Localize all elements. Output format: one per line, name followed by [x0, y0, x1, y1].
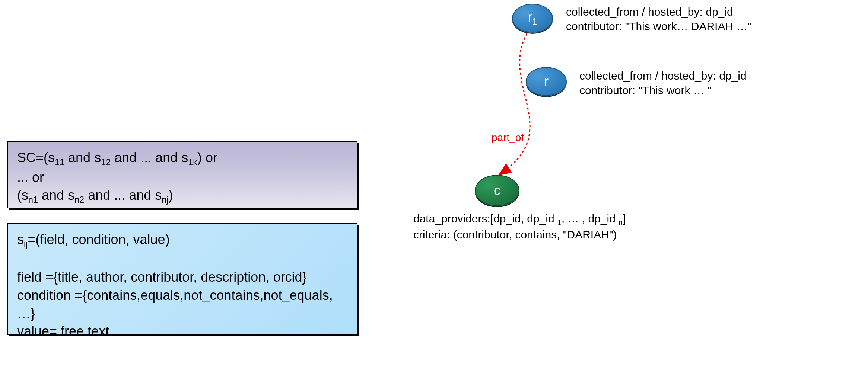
text: ) or — [197, 150, 217, 165]
text: and s — [64, 150, 101, 165]
subscript: 1k — [188, 157, 197, 167]
sc-line-2: ... or — [17, 169, 348, 187]
text: data_providers:[dp_id, dp_id — [413, 212, 557, 225]
subscript: n2 — [74, 195, 84, 205]
node-c: c — [475, 175, 519, 206]
def-line-value: value= free text — [17, 323, 348, 341]
annotation-r1: collected_from / hosted_by: dp_id contri… — [566, 4, 751, 33]
annotation-r1-line2: contributor: "This work… DARIAH …" — [566, 19, 751, 33]
annotation-c: data_providers:[dp_id, dp_id 1, … , dp_i… — [413, 211, 626, 242]
node-c-label: c — [494, 183, 500, 198]
subscript: nj — [162, 195, 168, 205]
panel-sc-formula: SC=(s11 and s12 and ... and s1k) or ... … — [7, 141, 357, 208]
subscript: 11 — [55, 157, 64, 167]
subscript: 12 — [101, 157, 111, 167]
def-line-blank — [17, 250, 348, 269]
edge-r1-to-c — [499, 33, 530, 175]
text: (s — [17, 188, 28, 203]
text: SC=(s — [17, 150, 55, 165]
text: and ... and s — [111, 150, 188, 165]
annotation-r1-line1: collected_from / hosted_by: dp_id — [566, 4, 751, 19]
def-line-field: field ={title, author, contributor, desc… — [17, 268, 348, 286]
annotation-r-line2: contributor: "This work … " — [579, 83, 747, 97]
subscript: 1 — [532, 17, 537, 27]
subscript: 1 — [557, 218, 562, 227]
annotation-c-line2: criteria: (contributor, contains, "DARIA… — [413, 227, 626, 242]
annotation-r: collected_from / hosted_by: dp_id contri… — [579, 68, 747, 97]
annotation-r-line1: collected_from / hosted_by: dp_id — [579, 68, 747, 83]
text: and s — [38, 188, 74, 203]
def-line-1: sij=(field, condition, value) — [17, 231, 348, 250]
text: ] — [623, 212, 626, 225]
text: and ... and s — [84, 188, 162, 203]
subscript: n1 — [28, 195, 38, 205]
node-r-label: r — [544, 74, 549, 89]
def-line-condition: condition ={contains,equals,not_contains… — [17, 286, 348, 323]
text: =(field, condition, value) — [28, 232, 169, 247]
edge-label-partof: part_of — [492, 132, 524, 144]
text: r — [528, 9, 532, 25]
subscript: ij — [24, 239, 28, 249]
node-r1: r1 — [512, 4, 553, 33]
node-r1-label: r1 — [528, 9, 537, 27]
sc-line-3: (sn1 and sn2 and ... and snj) — [17, 186, 348, 206]
text: , … , dp_id — [562, 212, 619, 225]
panel-sij-definition: sij=(field, condition, value) field ={ti… — [7, 223, 357, 335]
diagram-stage: SC=(s11 and s12 and ... and s1k) or ... … — [0, 0, 868, 375]
node-r: r — [526, 67, 567, 96]
sc-line-1: SC=(s11 and s12 and ... and s1k) or — [17, 149, 348, 169]
text: s — [17, 232, 24, 247]
annotation-c-line1: data_providers:[dp_id, dp_id 1, … , dp_i… — [413, 211, 626, 227]
subscript: n — [619, 218, 623, 227]
text: ) — [169, 188, 173, 203]
